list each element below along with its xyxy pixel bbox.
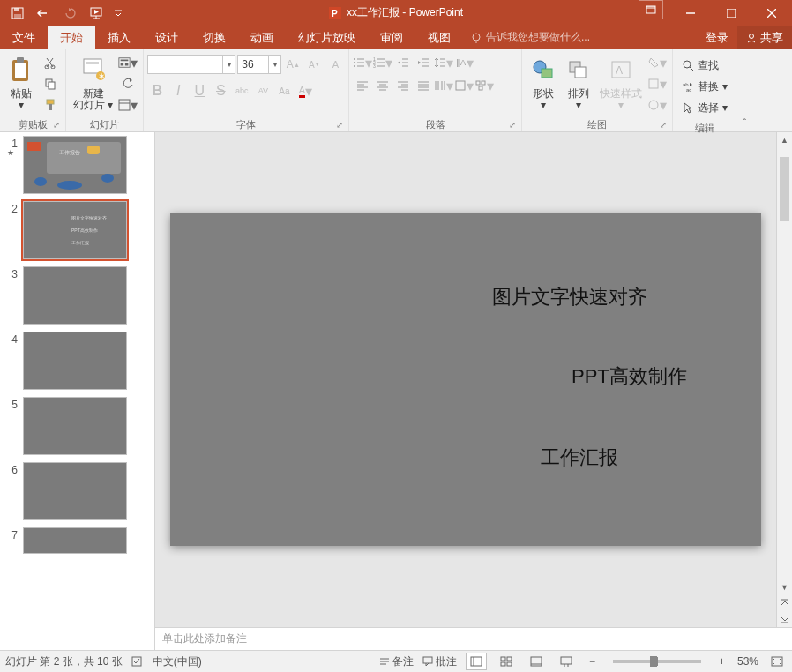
spellcheck-icon[interactable] [131, 655, 144, 668]
slide-thumbnail-2[interactable]: 图片文字快速对齐PPT高效制作工作汇报 [23, 201, 127, 259]
font-family-combo[interactable]: ▾ [147, 55, 235, 74]
slide-thumbnail-1[interactable]: 工作报告 [23, 136, 127, 194]
change-case-button[interactable]: Aa [274, 81, 294, 101]
text-direction-button[interactable]: ‖A▾ [454, 53, 474, 72]
slideshow-view-button[interactable] [556, 653, 577, 670]
tab-slideshow[interactable]: 幻灯片放映 [286, 26, 368, 49]
slide-thumbnail-5[interactable] [23, 397, 127, 455]
scroll-down-button[interactable]: ▼ [777, 579, 793, 595]
maximize-button[interactable] [711, 0, 751, 26]
font-size-combo[interactable]: 36▾ [237, 55, 281, 74]
language-indicator[interactable]: 中文(中国) [153, 654, 202, 669]
qat-customize-dropdown[interactable] [111, 1, 125, 26]
bullets-button[interactable]: ▾ [353, 53, 372, 72]
tab-transitions[interactable]: 切换 [191, 26, 238, 49]
minimize-button[interactable] [670, 0, 711, 26]
reading-view-button[interactable] [526, 653, 547, 670]
quick-styles-button[interactable]: A 快速样式▾ [596, 51, 646, 113]
shape-outline-button[interactable]: ▾ [647, 74, 667, 93]
bold-button[interactable]: B [147, 81, 167, 101]
fit-to-window-button[interactable] [767, 656, 787, 667]
ribbon-display-options[interactable] [639, 0, 663, 19]
close-button[interactable] [751, 0, 792, 26]
paste-button[interactable]: 粘贴▾ [4, 51, 39, 113]
collapse-ribbon-button[interactable]: ˆ [743, 117, 747, 128]
italic-button[interactable]: I [168, 81, 188, 101]
text-line-1[interactable]: 图片文字快速对齐 [492, 284, 647, 310]
grow-font-button[interactable]: A▲ [283, 55, 303, 74]
columns-button[interactable]: ▾ [434, 76, 453, 95]
slide-position-indicator[interactable]: 幻灯片 第 2 张，共 10 张 [5, 654, 123, 669]
slide-layout-button[interactable]: ▾ [118, 53, 138, 72]
tab-home[interactable]: 开始 [48, 26, 95, 49]
tab-animations[interactable]: 动画 [238, 26, 286, 49]
sign-in-button[interactable]: 登录 [697, 26, 737, 49]
tell-me-search[interactable]: 告诉我您想要做什么... [463, 26, 597, 49]
tab-review[interactable]: 审阅 [368, 26, 415, 49]
font-launcher[interactable]: ⤢ [336, 120, 343, 130]
slide-thumbnails-panel[interactable]: 1★ 工作报告 2 图片文字快速对齐PPT高效制作工作汇报 3 4 5 6 7 [0, 132, 155, 650]
increase-indent-button[interactable] [414, 53, 433, 72]
tab-insert[interactable]: 插入 [95, 26, 143, 49]
find-button[interactable]: 查找 [678, 55, 722, 76]
align-left-button[interactable] [353, 76, 372, 95]
smartart-convert-button[interactable]: ▾ [474, 76, 494, 95]
next-slide-button[interactable] [777, 611, 793, 627]
vertical-scrollbar[interactable]: ▲ ▼ [776, 132, 792, 627]
shrink-font-button[interactable]: A▼ [304, 55, 324, 74]
tab-design[interactable]: 设计 [143, 26, 191, 49]
decrease-indent-button[interactable] [393, 53, 413, 72]
replace-button[interactable]: abac替换 ▾ [678, 76, 731, 97]
zoom-percent[interactable]: 53% [737, 655, 758, 668]
scroll-thumb[interactable] [780, 157, 789, 221]
shapes-button[interactable]: 形状▾ [526, 51, 561, 113]
comments-toggle[interactable]: 批注 [422, 654, 457, 669]
align-right-button[interactable] [393, 76, 413, 95]
undo-button[interactable] [32, 1, 56, 26]
strikethrough-button[interactable]: S [211, 81, 230, 101]
text-line-2[interactable]: PPT高效制作 [572, 363, 687, 390]
new-slide-button[interactable]: ✶ 新建 幻灯片 ▾ [70, 51, 116, 113]
shape-fill-button[interactable]: ▾ [647, 53, 667, 72]
scroll-up-button[interactable]: ▲ [777, 132, 793, 148]
share-button[interactable]: 共享 [737, 26, 792, 49]
text-line-3[interactable]: 工作汇报 [541, 444, 618, 471]
align-center-button[interactable] [373, 76, 392, 95]
current-slide[interactable]: 图片文字快速对齐 PPT高效制作 工作汇报 [170, 213, 761, 546]
zoom-out-button[interactable]: − [586, 655, 599, 668]
char-spacing-button[interactable]: AV [253, 81, 273, 101]
zoom-slider[interactable] [613, 660, 701, 663]
reset-slide-button[interactable] [118, 74, 138, 93]
font-color-button[interactable]: A ▾ [295, 81, 315, 101]
justify-button[interactable] [414, 76, 433, 95]
start-from-beginning-button[interactable] [85, 1, 109, 26]
zoom-in-button[interactable]: + [715, 655, 728, 668]
slide-thumbnail-4[interactable] [23, 332, 127, 390]
tab-view[interactable]: 视图 [415, 26, 463, 49]
notes-pane[interactable]: 单击此处添加备注 [155, 627, 792, 650]
slide-thumbnail-7[interactable] [23, 527, 127, 554]
slide-thumbnail-3[interactable] [23, 266, 127, 325]
clipboard-launcher[interactable]: ⤢ [53, 120, 60, 130]
line-spacing-button[interactable]: ▾ [434, 53, 453, 72]
section-button[interactable]: ▾ [118, 95, 138, 115]
zoom-slider-handle[interactable] [650, 656, 657, 667]
slide-thumbnail-6[interactable] [23, 462, 127, 520]
drawing-launcher[interactable]: ⤢ [660, 120, 667, 130]
paragraph-launcher[interactable]: ⤢ [509, 120, 516, 130]
redo-button[interactable] [58, 1, 83, 26]
format-painter-button[interactable] [41, 95, 60, 115]
cut-button[interactable] [41, 53, 60, 72]
tab-file[interactable]: 文件 [0, 26, 48, 49]
normal-view-button[interactable] [466, 653, 487, 670]
prev-slide-button[interactable] [777, 595, 793, 611]
sorter-view-button[interactable] [496, 653, 517, 670]
align-text-button[interactable]: ▾ [454, 76, 474, 95]
select-button[interactable]: 选择 ▾ [678, 97, 731, 118]
slide-canvas-area[interactable]: 图片文字快速对齐 PPT高效制作 工作汇报 [155, 132, 776, 627]
arrange-button[interactable]: 排列▾ [561, 51, 596, 113]
notes-toggle[interactable]: 备注 [379, 654, 414, 669]
shape-effects-button[interactable]: ▾ [647, 95, 667, 115]
copy-button[interactable] [41, 74, 60, 93]
save-button[interactable] [5, 1, 30, 26]
